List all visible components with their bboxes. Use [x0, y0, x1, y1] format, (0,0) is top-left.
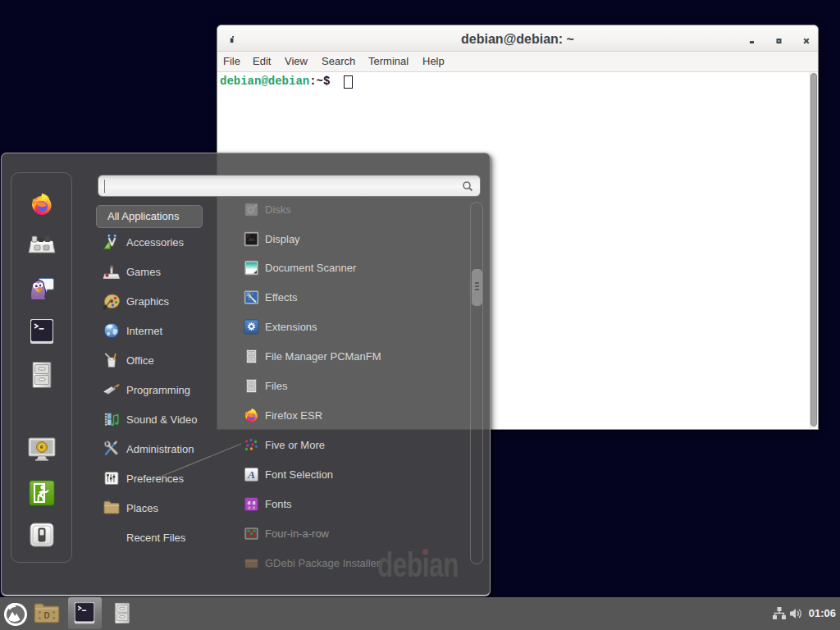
svg-text:A: A: [247, 468, 255, 481]
svg-text:?: ?: [40, 445, 43, 450]
svg-text:a a: a a: [248, 504, 256, 511]
svg-text:D: D: [43, 611, 49, 620]
